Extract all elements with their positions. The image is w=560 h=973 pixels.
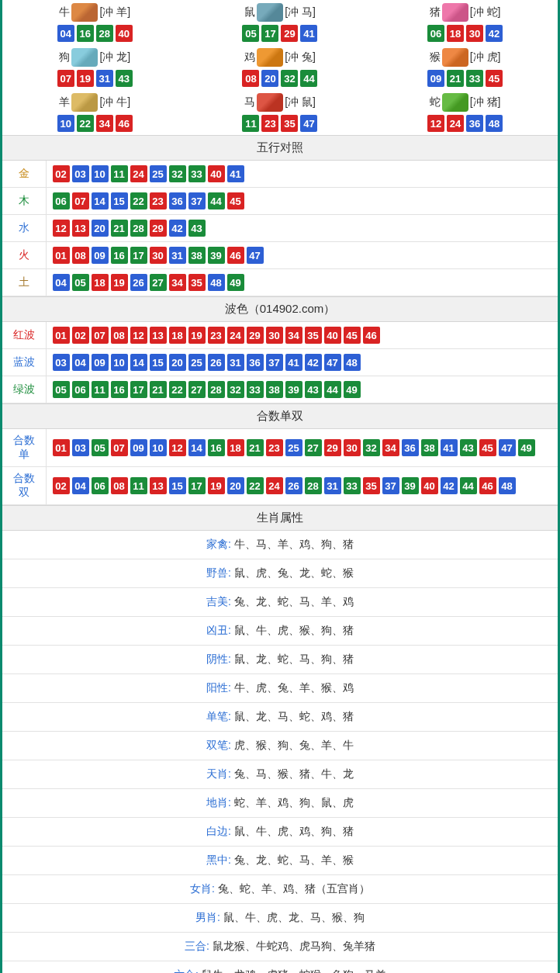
number-chip: 25 — [150, 165, 167, 182]
number-chip: 19 — [208, 477, 225, 494]
number-chip: 35 — [305, 327, 322, 344]
number-chip: 30 — [266, 327, 283, 344]
number-chip: 13 — [150, 477, 167, 494]
attr-value: 兔、龙、蛇、马、羊、猴 — [234, 854, 354, 866]
number-chip: 43 — [188, 220, 206, 237]
zodiac-name: 狗 — [59, 50, 70, 64]
attr-label: 男肖: — [195, 911, 220, 923]
number-chip: 40 — [208, 165, 225, 182]
number-chip: 26 — [130, 274, 147, 291]
number-chip: 48 — [344, 354, 361, 371]
number-chip: 14 — [130, 354, 147, 371]
zodiac-nums: 06183042 — [372, 25, 558, 42]
monkey-icon — [442, 48, 468, 67]
zodiac-nums: 10223446 — [2, 115, 188, 132]
zodiac-nums: 12243648 — [372, 115, 558, 132]
number-chip: 07 — [57, 70, 74, 87]
number-chip: 49 — [227, 274, 244, 291]
attr-row: 男肖:鼠、牛、虎、龙、马、猴、狗 — [2, 904, 558, 933]
number-chip: 30 — [344, 439, 361, 456]
attr-label: 野兽: — [206, 566, 231, 579]
number-chip: 18 — [92, 274, 109, 291]
attr-row: 野兽:鼠、虎、兔、龙、蛇、猴 — [2, 559, 558, 588]
number-chip: 22 — [130, 192, 147, 209]
number-chip: 35 — [363, 477, 380, 494]
number-chip: 44 — [208, 192, 225, 209]
row-label: 金 — [2, 161, 46, 188]
number-chip: 07 — [111, 439, 128, 456]
number-chip: 11 — [242, 115, 259, 132]
dog-icon — [71, 48, 98, 67]
row-nums: 02031011242532334041 — [46, 161, 558, 188]
number-chip: 10 — [150, 439, 167, 456]
number-chip: 46 — [116, 115, 133, 132]
attr-value: 兔、马、猴、猪、牛、龙 — [234, 767, 354, 780]
attr-label: 阳性: — [206, 681, 231, 694]
number-chip: 23 — [150, 192, 167, 209]
zodiac-nums: 05172941 — [188, 25, 373, 42]
attr-value: 兔、蛇、羊、鸡、猪（五宫肖） — [218, 882, 370, 895]
number-chip: 06 — [53, 192, 70, 209]
attr-label: 阴性: — [206, 653, 231, 665]
attr-row: 白边:鼠、牛、虎、鸡、狗、猪 — [2, 818, 558, 847]
attr-value: 牛、马、羊、鸡、狗、猪 — [234, 538, 354, 550]
attr-value: 鼠、龙、蛇、马、狗、猪 — [234, 653, 354, 665]
number-chip: 41 — [227, 165, 244, 182]
snake-icon — [442, 93, 468, 112]
attr-label: 白边: — [206, 825, 231, 837]
wuxing-header: 五行对照 — [2, 135, 558, 161]
attr-row: 六合:鼠牛、龙鸡、虎猪、蛇猴、兔狗、马羊 — [2, 961, 558, 973]
attr-label: 天肖: — [206, 767, 231, 780]
zodiac-nums: 09213345 — [372, 70, 558, 87]
number-chip: 29 — [247, 327, 264, 344]
shengxiao-header: 生肖属性 — [2, 505, 558, 531]
number-chip: 33 — [247, 381, 264, 398]
number-chip: 42 — [169, 220, 186, 237]
row-nums: 05061116172122272832333839434449 — [46, 376, 558, 403]
attr-label: 黑中: — [206, 854, 231, 866]
zodiac-name: 牛 — [59, 5, 70, 19]
number-chip: 20 — [261, 70, 278, 87]
number-chip: 28 — [208, 381, 225, 398]
number-chip: 04 — [53, 274, 70, 291]
table-row: 红波0102070812131819232429303435404546 — [2, 322, 558, 349]
number-chip: 36 — [247, 354, 264, 371]
number-chip: 48 — [499, 477, 516, 494]
number-chip: 39 — [285, 381, 302, 398]
attr-value: 蛇、羊、鸡、狗、鼠、虎 — [234, 796, 354, 809]
zodiac-cell: 羊[冲 牛]10223446 — [2, 90, 188, 135]
number-chip: 24 — [447, 115, 464, 132]
attr-label: 三合: — [185, 940, 209, 952]
number-chip: 17 — [261, 25, 278, 42]
number-chip: 23 — [208, 327, 225, 344]
attr-value: 鼠、龙、马、蛇、鸡、猪 — [234, 710, 354, 722]
number-chip: 09 — [92, 354, 109, 371]
ox-icon — [71, 3, 98, 22]
number-chip: 08 — [111, 477, 128, 494]
number-chip: 21 — [447, 70, 464, 87]
row-label: 红波 — [2, 322, 46, 349]
number-chip: 08 — [72, 247, 89, 264]
number-chip: 04 — [72, 354, 89, 371]
attr-value: 鼠龙猴、牛蛇鸡、虎马狗、兔羊猪 — [213, 940, 375, 952]
number-chip: 44 — [460, 477, 477, 494]
attr-row: 女肖:兔、蛇、羊、鸡、猪（五宫肖） — [2, 875, 558, 904]
number-chip: 10 — [111, 354, 128, 371]
number-chip: 21 — [111, 220, 128, 237]
number-chip: 31 — [169, 247, 186, 264]
zodiac-chong: [冲 蛇] — [470, 5, 501, 19]
zodiac-chong: [冲 兔] — [285, 50, 316, 64]
table-row: 蓝波03040910141520252631363741424748 — [2, 349, 558, 376]
number-chip: 30 — [150, 247, 167, 264]
number-chip: 03 — [53, 354, 70, 371]
number-chip: 30 — [466, 25, 483, 42]
number-chip: 19 — [188, 327, 206, 344]
attr-label: 女肖: — [190, 882, 215, 895]
number-chip: 47 — [324, 354, 341, 371]
number-chip: 38 — [421, 439, 438, 456]
number-chip: 43 — [460, 439, 477, 456]
number-chip: 06 — [72, 381, 89, 398]
row-nums: 0102070812131819232429303435404546 — [46, 322, 558, 349]
rooster-icon — [257, 48, 283, 67]
number-chip: 21 — [247, 439, 264, 456]
